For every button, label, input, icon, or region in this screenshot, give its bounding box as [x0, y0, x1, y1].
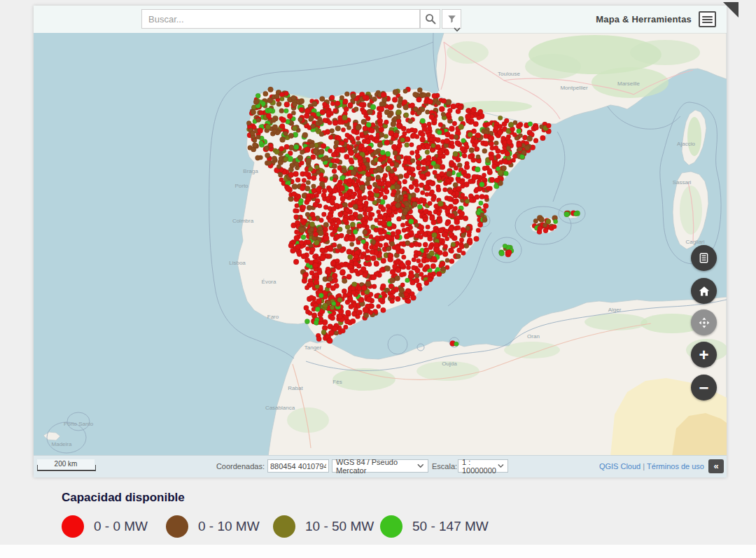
- search-icon: [424, 13, 437, 25]
- legend-label: 50 - 147 MW: [412, 519, 489, 534]
- filter-button[interactable]: [442, 9, 461, 29]
- svg-text:Cagliari: Cagliari: [685, 239, 704, 245]
- legend-item: 50 - 147 MW: [380, 515, 489, 538]
- legend-swatch: [273, 515, 295, 538]
- chevron-down-icon: [417, 463, 424, 468]
- svg-text:Fès: Fès: [332, 379, 342, 385]
- scalebar: 200 km: [37, 459, 94, 472]
- legend-icon: [697, 251, 710, 265]
- legend-title: Capacidad disponible: [62, 491, 185, 505]
- svg-text:Toulouse: Toulouse: [498, 71, 521, 77]
- legend-label: 10 - 50 MW: [305, 519, 374, 534]
- qgis-cloud-link[interactable]: QGIS Cloud: [599, 462, 640, 470]
- svg-text:Porto Santo: Porto Santo: [64, 421, 94, 427]
- attribution-links: QGIS Cloud|Términos de uso: [599, 462, 704, 470]
- filter-icon: [447, 14, 457, 25]
- svg-text:Tanger: Tanger: [304, 344, 322, 351]
- search-box: [141, 9, 420, 29]
- chevron-down-icon: [498, 463, 504, 468]
- bottom-strip: [0, 545, 756, 558]
- home-icon: [697, 284, 711, 298]
- zoom-in-button[interactable]: +: [691, 342, 717, 368]
- svg-text:Rabat: Rabat: [288, 385, 303, 391]
- svg-text:Coimbra: Coimbra: [232, 218, 254, 224]
- svg-text:Oujda: Oujda: [442, 361, 457, 367]
- menu-button[interactable]: [699, 11, 716, 27]
- zoom-out-button[interactable]: −: [691, 375, 717, 400]
- svg-text:Marseille: Marseille: [617, 81, 640, 87]
- pan-button[interactable]: [691, 309, 717, 335]
- pan-arrows-icon: [697, 316, 711, 330]
- map-viewport[interactable]: PortoBragaCoimbraLisboaÉvoraFaroToulouse…: [34, 33, 727, 455]
- crs-value: WGS 84 / Pseudo Mercator: [336, 458, 417, 475]
- scale-value: 1 : 10000000: [462, 458, 498, 475]
- hamburger-icon: [702, 16, 713, 18]
- svg-text:Alger: Alger: [608, 307, 622, 313]
- svg-text:Lisboa: Lisboa: [229, 260, 246, 266]
- base-map: PortoBragaCoimbraLisboaÉvoraFaroToulouse…: [34, 33, 727, 455]
- crs-select[interactable]: WGS 84 / Pseudo Mercator: [332, 459, 428, 473]
- svg-text:Braga: Braga: [243, 168, 258, 174]
- svg-text:Oran: Oran: [527, 333, 540, 340]
- scale-select[interactable]: 1 : 10000000: [458, 459, 508, 473]
- legend-swatch: [166, 515, 188, 538]
- page-title: Mapa & Herramientas: [573, 6, 692, 33]
- link-separator: |: [643, 462, 645, 470]
- svg-text:Casablanca: Casablanca: [265, 405, 295, 411]
- svg-text:Ajaccio: Ajaccio: [677, 141, 695, 147]
- legend-label: 0 - 0 MW: [94, 519, 148, 534]
- coordinates-input[interactable]: [267, 459, 329, 473]
- search-button[interactable]: [420, 9, 440, 29]
- home-button[interactable]: [691, 278, 717, 304]
- svg-text:Évora: Évora: [262, 279, 276, 285]
- terms-link[interactable]: Términos de uso: [647, 462, 704, 470]
- svg-text:Montpellier: Montpellier: [560, 85, 587, 91]
- header-bar: Mapa & Herramientas: [34, 6, 727, 33]
- legend-item: 10 - 50 MW: [273, 515, 374, 538]
- legend-label: 0 - 10 MW: [198, 519, 260, 534]
- legend-swatch: [62, 515, 84, 538]
- map-legend-button[interactable]: [691, 245, 717, 271]
- status-bar: 200 km Coordenadas: WGS 84 / Pseudo Merc…: [34, 455, 727, 477]
- capacity-legend: Capacidad disponible 0 - 0 MW0 - 10 MW10…: [0, 483, 756, 543]
- legend-item: 0 - 0 MW: [62, 515, 148, 538]
- svg-text:Madeira: Madeira: [52, 441, 72, 447]
- app-panel: Mapa & Herramientas PortoBragaCoimbraLis…: [34, 6, 727, 477]
- legend-swatch: [380, 515, 402, 538]
- legend-item: 0 - 10 MW: [166, 515, 260, 538]
- collapse-statusbar-button[interactable]: «: [708, 459, 724, 473]
- filter-chevron-icon[interactable]: [454, 27, 461, 32]
- coordinates-label: Coordenadas:: [210, 462, 265, 470]
- scale-label: Escala:: [432, 462, 457, 470]
- svg-text:Sassari: Sassari: [673, 179, 692, 186]
- corner-fold-icon[interactable]: [723, 2, 738, 18]
- svg-text:Faro: Faro: [267, 314, 279, 320]
- search-input[interactable]: [142, 10, 419, 28]
- scalebar-line: [37, 465, 96, 471]
- svg-text:Porto: Porto: [234, 183, 248, 189]
